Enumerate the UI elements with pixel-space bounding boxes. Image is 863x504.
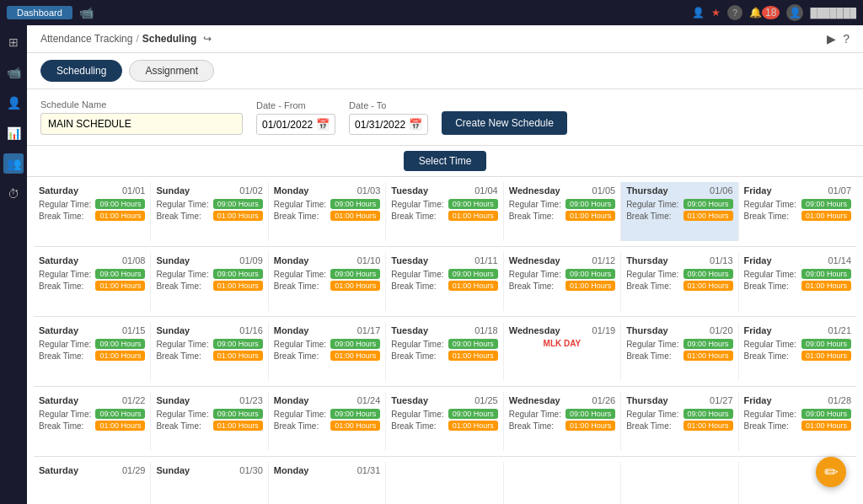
regular-time-badge[interactable]: 09:00 Hours [95, 409, 145, 419]
break-time-badge[interactable]: 01:00 Hours [330, 421, 380, 431]
avatar[interactable]: 👤 [786, 4, 803, 21]
breadcrumb-parent[interactable]: Attendance Tracking [40, 33, 132, 45]
break-time-badge[interactable]: 01:00 Hours [330, 351, 380, 361]
break-time-badge[interactable]: 01:00 Hours [566, 421, 615, 431]
regular-time-badge[interactable]: 09:00 Hours [566, 409, 615, 419]
day-cell-3-4[interactable]: Wednesday01/26Regular Time:09:00 HoursBr… [504, 392, 621, 451]
day-cell-3-2[interactable]: Monday01/24Regular Time:09:00 HoursBreak… [269, 392, 386, 451]
break-time-badge[interactable]: 01:00 Hours [801, 421, 851, 431]
regular-time-badge[interactable]: 09:00 Hours [448, 339, 498, 349]
day-cell-1-1[interactable]: Sunday01/09Regular Time:09:00 HoursBreak… [151, 252, 268, 311]
break-time-badge[interactable]: 01:00 Hours [95, 281, 145, 291]
create-schedule-button[interactable]: Create New Schedule [442, 111, 567, 135]
select-time-button[interactable]: Select Time [404, 151, 487, 171]
regular-time-badge[interactable]: 09:00 Hours [801, 269, 851, 279]
regular-time-badge[interactable]: 09:00 Hours [95, 339, 145, 349]
day-cell-2-4[interactable]: Wednesday01/19MLK DAY [504, 322, 621, 381]
day-cell-4-0[interactable]: Saturday01/29 [34, 462, 151, 504]
day-cell-0-5[interactable]: Thursday01/06Regular Time:09:00 HoursBre… [621, 182, 738, 241]
tab-assignment[interactable]: Assignment [129, 60, 214, 82]
day-cell-3-3[interactable]: Tuesday01/25Regular Time:09:00 HoursBrea… [386, 392, 503, 451]
day-cell-2-0[interactable]: Saturday01/15Regular Time:09:00 HoursBre… [34, 322, 151, 381]
break-time-badge[interactable]: 01:00 Hours [801, 211, 851, 221]
day-cell-4-4[interactable] [504, 462, 621, 504]
sidebar-icon-chart[interactable]: 📊 [3, 123, 24, 143]
break-time-badge[interactable]: 01:00 Hours [448, 421, 498, 431]
regular-time-badge[interactable]: 09:00 Hours [213, 339, 263, 349]
break-time-badge[interactable]: 01:00 Hours [213, 211, 263, 221]
regular-time-badge[interactable]: 09:00 Hours [95, 199, 145, 209]
regular-time-badge[interactable]: 09:00 Hours [448, 269, 498, 279]
break-time-badge[interactable]: 01:00 Hours [683, 351, 733, 361]
day-cell-1-6[interactable]: Friday01/14Regular Time:09:00 HoursBreak… [739, 252, 856, 311]
day-cell-3-6[interactable]: Friday01/28Regular Time:09:00 HoursBreak… [739, 392, 856, 451]
break-time-badge[interactable]: 01:00 Hours [330, 211, 380, 221]
day-cell-4-1[interactable]: Sunday01/30 [151, 462, 268, 504]
day-cell-4-5[interactable] [621, 462, 738, 504]
fab-edit-button[interactable]: ✏ [816, 457, 846, 487]
regular-time-badge[interactable]: 09:00 Hours [330, 409, 380, 419]
calendar-to-icon[interactable]: 📅 [409, 118, 422, 131]
schedule-name-input[interactable] [40, 113, 243, 135]
day-cell-1-2[interactable]: Monday01/10Regular Time:09:00 HoursBreak… [269, 252, 386, 311]
break-time-badge[interactable]: 01:00 Hours [330, 281, 380, 291]
notification-icon[interactable]: 🔔18 [749, 7, 780, 19]
calendar-from-icon[interactable]: 📅 [316, 118, 330, 131]
day-cell-0-6[interactable]: Friday01/07Regular Time:09:00 HoursBreak… [739, 182, 856, 241]
break-time-badge[interactable]: 01:00 Hours [448, 281, 498, 291]
tab-scheduling[interactable]: Scheduling [40, 60, 122, 82]
break-time-badge[interactable]: 01:00 Hours [213, 421, 263, 431]
break-time-badge[interactable]: 01:00 Hours [448, 211, 498, 221]
break-time-badge[interactable]: 01:00 Hours [448, 351, 498, 361]
regular-time-badge[interactable]: 09:00 Hours [683, 199, 733, 209]
regular-time-badge[interactable]: 09:00 Hours [566, 269, 615, 279]
day-cell-1-5[interactable]: Thursday01/13Regular Time:09:00 HoursBre… [621, 252, 738, 311]
star-icon[interactable]: ★ [711, 7, 721, 19]
day-cell-2-2[interactable]: Monday01/17Regular Time:09:00 HoursBreak… [269, 322, 386, 381]
break-time-badge[interactable]: 01:00 Hours [566, 211, 615, 221]
regular-time-badge[interactable]: 09:00 Hours [330, 199, 380, 209]
day-cell-1-3[interactable]: Tuesday01/11Regular Time:09:00 HoursBrea… [386, 252, 503, 311]
user-icon[interactable]: 👤 [692, 7, 705, 19]
regular-time-badge[interactable]: 09:00 Hours [448, 199, 498, 209]
sidebar-icon-grid[interactable]: ⊞ [3, 32, 24, 52]
dashboard-tab[interactable]: Dashboard [7, 6, 72, 19]
sidebar-icon-timer[interactable]: ⏱ [3, 184, 24, 204]
redo-icon[interactable]: ↪ [203, 33, 212, 45]
regular-time-badge[interactable]: 09:00 Hours [801, 339, 851, 349]
day-cell-0-2[interactable]: Monday01/03Regular Time:09:00 HoursBreak… [269, 182, 386, 241]
break-time-badge[interactable]: 01:00 Hours [683, 211, 733, 221]
day-cell-1-4[interactable]: Wednesday01/12Regular Time:09:00 HoursBr… [504, 252, 621, 311]
regular-time-badge[interactable]: 09:00 Hours [213, 199, 263, 209]
day-cell-3-1[interactable]: Sunday01/23Regular Time:09:00 HoursBreak… [151, 392, 268, 451]
video-icon[interactable]: 📹 [79, 6, 94, 19]
day-cell-4-3[interactable] [386, 462, 503, 504]
break-time-badge[interactable]: 01:00 Hours [566, 281, 615, 291]
regular-time-badge[interactable]: 09:00 Hours [330, 269, 380, 279]
regular-time-badge[interactable]: 09:00 Hours [448, 409, 498, 419]
help-question-icon[interactable]: ? [843, 32, 850, 46]
calendar-container[interactable]: Saturday01/01Regular Time:09:00 HoursBre… [27, 177, 863, 504]
regular-time-badge[interactable]: 09:00 Hours [683, 339, 733, 349]
regular-time-badge[interactable]: 09:00 Hours [801, 409, 851, 419]
break-time-badge[interactable]: 01:00 Hours [213, 281, 263, 291]
sidebar-icon-person[interactable]: 👤 [3, 93, 24, 113]
day-cell-0-4[interactable]: Wednesday01/05Regular Time:09:00 HoursBr… [504, 182, 621, 241]
regular-time-badge[interactable]: 09:00 Hours [566, 199, 615, 209]
day-cell-2-1[interactable]: Sunday01/16Regular Time:09:00 HoursBreak… [151, 322, 268, 381]
regular-time-badge[interactable]: 09:00 Hours [95, 269, 145, 279]
day-cell-2-3[interactable]: Tuesday01/18Regular Time:09:00 HoursBrea… [386, 322, 503, 381]
break-time-badge[interactable]: 01:00 Hours [683, 281, 733, 291]
regular-time-badge[interactable]: 09:00 Hours [683, 269, 733, 279]
day-cell-0-3[interactable]: Tuesday01/04Regular Time:09:00 HoursBrea… [386, 182, 503, 241]
sidebar-icon-video[interactable]: 📹 [3, 62, 24, 83]
date-from-value[interactable]: 01/01/2022 [262, 119, 313, 131]
day-cell-4-2[interactable]: Monday01/31 [269, 462, 386, 504]
regular-time-badge[interactable]: 09:00 Hours [213, 269, 263, 279]
break-time-badge[interactable]: 01:00 Hours [95, 421, 145, 431]
help-icon[interactable]: ? [727, 5, 742, 20]
day-cell-3-0[interactable]: Saturday01/22Regular Time:09:00 HoursBre… [34, 392, 151, 451]
day-cell-0-1[interactable]: Sunday01/02Regular Time:09:00 HoursBreak… [151, 182, 268, 241]
regular-time-badge[interactable]: 09:00 Hours [330, 339, 380, 349]
break-time-badge[interactable]: 01:00 Hours [683, 421, 733, 431]
